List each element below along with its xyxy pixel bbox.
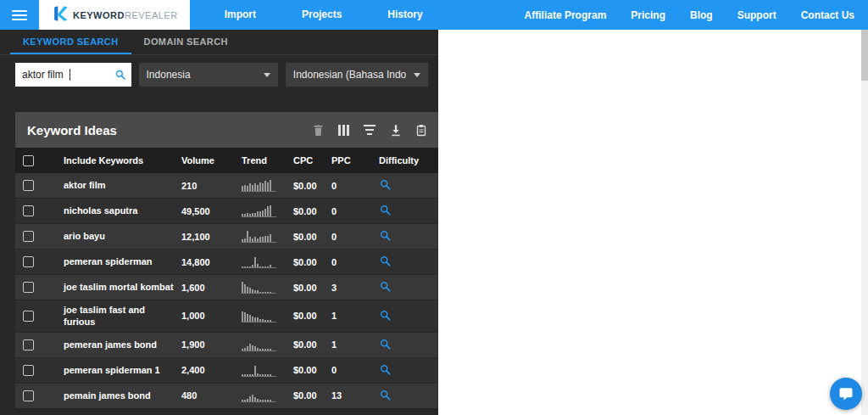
table-row: pemeran james bond 1,900 $0.00 1	[15, 333, 438, 358]
logo-text: KEYWORDREVEALER	[73, 10, 178, 20]
main-nav: Import Projects History	[202, 0, 446, 30]
trend-sparkline	[242, 310, 276, 322]
trend-sparkline	[242, 364, 276, 377]
row-checkbox[interactable]	[23, 256, 34, 267]
trend-sparkline	[242, 255, 276, 268]
trend-sparkline	[242, 339, 276, 351]
cpc-cell: $0.00	[293, 339, 331, 350]
page-scrollbar[interactable]	[861, 30, 868, 415]
difficulty-search-icon[interactable]	[379, 338, 392, 351]
search-icon[interactable]	[114, 69, 126, 84]
table-row: joe taslim fast and furious 1,000 $0.00 …	[15, 300, 438, 333]
row-checkbox[interactable]	[23, 180, 34, 191]
keyword-cell: pemeran spiderman	[56, 252, 181, 271]
difficulty-search-icon[interactable]	[379, 178, 392, 191]
row-checkbox[interactable]	[23, 339, 34, 351]
trend-sparkline	[242, 281, 276, 294]
keyword-cell: ario bayu	[56, 227, 181, 245]
topbar: KEYWORDREVEALER Import Projects History …	[0, 0, 868, 30]
cpc-cell: $0.00	[293, 206, 331, 216]
table-row: pemeran spiderman 14,800 $0.00 0	[15, 250, 438, 275]
cpc-cell: $0.00	[293, 257, 331, 267]
row-checkbox[interactable]	[23, 390, 34, 401]
ppc-cell: 0	[331, 206, 367, 216]
ppc-cell: 0	[331, 257, 367, 267]
keyword-cell: pemeran spiderman 1	[56, 361, 181, 379]
nav-import[interactable]: Import	[202, 0, 279, 30]
trend-sparkline	[242, 230, 276, 243]
keyword-ideas-panel: Keyword Ideas	[15, 112, 438, 409]
row-checkbox[interactable]	[23, 365, 34, 376]
keyword-ideas-header: Keyword Ideas	[15, 112, 438, 148]
difficulty-search-icon[interactable]	[379, 309, 392, 322]
secondary-nav: Affiliate Program Pricing Blog Support C…	[525, 9, 868, 21]
tab-domain-search[interactable]: DOMAIN SEARCH	[131, 30, 241, 54]
keyword-table-body: aktor film 210 $0.00 0 nicholas saputra …	[15, 173, 438, 409]
ppc-cell: 0	[331, 181, 367, 191]
nav-contact-us[interactable]: Contact Us	[801, 9, 854, 21]
volume-cell: 210	[181, 181, 234, 191]
row-checkbox[interactable]	[23, 205, 34, 216]
trend-sparkline	[242, 179, 276, 192]
ppc-cell: 0	[331, 232, 367, 242]
filter-icon[interactable]	[364, 125, 376, 135]
nav-projects[interactable]: Projects	[279, 0, 364, 30]
ppc-cell: 13	[331, 390, 367, 401]
volume-cell: 2,400	[181, 365, 234, 375]
row-checkbox[interactable]	[23, 231, 34, 242]
nav-blog[interactable]: Blog	[690, 9, 713, 21]
language-select[interactable]: Indonesian (Bahasa Indo	[286, 63, 428, 87]
hamburger-menu-icon[interactable]	[12, 10, 27, 20]
difficulty-search-icon[interactable]	[379, 280, 392, 293]
row-checkbox[interactable]	[23, 282, 34, 293]
clipboard-icon[interactable]	[416, 124, 426, 137]
keyword-cell: nicholas saputra	[56, 201, 181, 220]
difficulty-search-icon[interactable]	[379, 204, 392, 216]
columns-icon[interactable]	[338, 125, 349, 136]
nav-history[interactable]: History	[364, 0, 445, 30]
table-row: ario bayu 12,100 $0.00 0	[15, 224, 438, 250]
tab-keyword-search[interactable]: KEYWORD SEARCH	[10, 30, 131, 54]
nav-affiliate-program[interactable]: Affiliate Program	[525, 9, 607, 21]
table-row: aktor film 210 $0.00 0	[15, 173, 438, 199]
text-cursor	[70, 69, 70, 81]
ppc-cell: 1	[331, 311, 367, 321]
nav-pricing[interactable]: Pricing	[631, 9, 665, 21]
chat-widget-button[interactable]	[830, 378, 862, 410]
difficulty-search-icon[interactable]	[379, 229, 392, 242]
volume-cell: 12,100	[181, 232, 234, 242]
volume-cell: 480	[181, 390, 234, 401]
volume-cell: 49,500	[181, 206, 234, 216]
cpc-cell: $0.00	[293, 390, 331, 401]
trend-sparkline	[242, 390, 276, 402]
ppc-cell: 1	[331, 339, 367, 350]
header-include-keywords: Include Keywords	[56, 151, 181, 170]
search-tabs: KEYWORD SEARCH DOMAIN SEARCH	[0, 30, 438, 55]
panel-title: Keyword Ideas	[27, 123, 117, 137]
difficulty-search-icon[interactable]	[379, 389, 392, 401]
header-volume: Volume	[181, 155, 234, 165]
cpc-cell: $0.00	[293, 283, 331, 293]
download-icon[interactable]	[390, 124, 402, 137]
select-all-checkbox[interactable]	[23, 155, 34, 166]
search-controls: Indonesia Indonesian (Bahasa Indo	[15, 63, 428, 87]
scrollbar-thumb[interactable]	[861, 30, 868, 81]
country-select[interactable]: Indonesia	[139, 63, 278, 87]
chevron-down-icon	[264, 73, 270, 77]
keyword-cell: aktor film	[56, 176, 181, 194]
ppc-cell: 3	[331, 283, 367, 293]
nav-support[interactable]: Support	[737, 9, 776, 21]
difficulty-search-icon[interactable]	[379, 255, 392, 267]
logo[interactable]: KEYWORDREVEALER	[39, 0, 190, 30]
trash-icon[interactable]	[313, 124, 324, 137]
keyword-cell: pemain james bond	[56, 386, 181, 405]
cpc-cell: $0.00	[293, 232, 331, 242]
volume-cell: 14,800	[181, 257, 234, 267]
ppc-cell: 0	[331, 365, 367, 375]
header-difficulty: Difficulty	[367, 155, 438, 165]
difficulty-search-icon[interactable]	[379, 363, 392, 376]
row-checkbox[interactable]	[23, 311, 34, 322]
table-row: joe taslim mortal kombat 1,600 $0.00 3	[15, 275, 438, 300]
cpc-cell: $0.00	[293, 311, 331, 321]
header-ppc: PPC	[331, 155, 367, 165]
